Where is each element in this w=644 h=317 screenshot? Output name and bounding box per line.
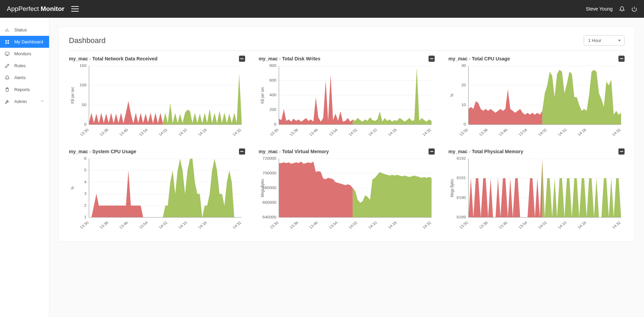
sidebar-item-label: Rules <box>14 63 26 68</box>
svg-text:14:32: 14:32 <box>421 128 432 136</box>
chart-title: my_mac›Total Network Data Received <box>69 56 158 61</box>
collapse-button[interactable] <box>239 56 245 62</box>
svg-text:660000: 660000 <box>262 201 276 204</box>
username[interactable]: Steve Young <box>586 6 613 12</box>
chart-metric: Total Network Data Received <box>92 56 158 61</box>
svg-text:14:02: 14:02 <box>347 221 358 229</box>
svg-text:13:30: 13:30 <box>459 221 469 229</box>
svg-text:Mega Bytes: Mega Bytes <box>450 179 454 197</box>
svg-text:KB per sec: KB per sec <box>70 87 75 103</box>
svg-text:13:38: 13:38 <box>288 128 299 136</box>
sidebar-item-alerts[interactable]: Alerts <box>0 72 49 84</box>
time-range-value: 1 Hour <box>588 38 601 43</box>
collapse-button[interactable] <box>618 148 625 155</box>
chart-host: my_mac <box>69 149 88 154</box>
chart-plot[interactable]: 05010015013:3013:3813:4613:5414:0214:101… <box>69 63 245 138</box>
svg-text:0: 0 <box>464 123 466 126</box>
svg-text:13:46: 13:46 <box>498 128 508 136</box>
brand-bold: Monitor <box>41 5 64 12</box>
svg-text:14:32: 14:32 <box>611 128 622 136</box>
svg-text:13:30: 13:30 <box>269 221 279 229</box>
svg-text:13:54: 13:54 <box>518 128 528 136</box>
chart-head: my_mac›Total Disk Writes <box>259 56 435 62</box>
svg-text:14:18: 14:18 <box>387 221 398 229</box>
svg-text:14:18: 14:18 <box>197 128 208 136</box>
svg-text:13:46: 13:46 <box>498 221 508 229</box>
svg-text:14:18: 14:18 <box>577 221 587 229</box>
sidebar-item-label: Status <box>14 27 27 32</box>
svg-text:13:30: 13:30 <box>79 221 90 229</box>
sidebar-item-label: Alerts <box>14 75 26 80</box>
svg-text:14:32: 14:32 <box>231 221 242 229</box>
app-header: AppPerfect Monitor Steve Young <box>0 0 644 18</box>
svg-text:14:02: 14:02 <box>347 128 358 136</box>
svg-text:600: 600 <box>269 78 276 82</box>
app-logo: AppPerfect Monitor <box>7 5 64 13</box>
chevron-right-icon: › <box>279 56 281 61</box>
svg-text:14:02: 14:02 <box>537 128 548 136</box>
collapse-button[interactable] <box>618 56 625 62</box>
chart-metric: Total Physical Memory <box>472 149 523 154</box>
svg-text:640000: 640000 <box>262 215 276 219</box>
power-icon[interactable] <box>631 6 637 12</box>
svg-text:200: 200 <box>269 108 276 112</box>
brand-light: AppPerfect <box>7 5 39 12</box>
svg-rect-6 <box>5 42 7 44</box>
chart-system-cpu-usage: my_mac›System CPU Usage12345613:3013:381… <box>69 148 245 231</box>
svg-text:13:46: 13:46 <box>308 128 319 136</box>
wrench-icon <box>5 99 10 104</box>
sidebar-item-rules[interactable]: Rules <box>0 60 49 72</box>
chart-metric: Total Virtual Memory <box>282 149 329 154</box>
chart-title: my_mac›Total Disk Writes <box>259 56 320 61</box>
svg-text:14:02: 14:02 <box>537 221 548 229</box>
svg-text:20: 20 <box>461 83 466 87</box>
sidebar-item-monitors[interactable]: Monitors <box>0 48 49 60</box>
svg-text:KB per sec: KB per sec <box>260 87 264 103</box>
chart-metric: System CPU Usage <box>92 149 136 154</box>
svg-rect-7 <box>8 42 9 44</box>
time-range-select[interactable]: 1 Hour <box>584 35 625 46</box>
menu-toggle-icon[interactable] <box>71 6 79 12</box>
sidebar-item-reports[interactable]: Reports <box>0 84 49 96</box>
svg-text:13:54: 13:54 <box>138 128 149 136</box>
collapse-button[interactable] <box>239 148 245 155</box>
chart-title: my_mac›Total CPU Usage <box>448 56 510 61</box>
svg-text:Mega Bytes: Mega Bytes <box>260 179 264 197</box>
svg-text:13:46: 13:46 <box>308 221 319 229</box>
pencil-icon <box>5 63 10 68</box>
chart-host: my_mac <box>69 56 88 61</box>
bell-icon[interactable] <box>619 6 625 12</box>
svg-text:13:38: 13:38 <box>99 221 109 229</box>
svg-text:13:54: 13:54 <box>138 221 149 229</box>
chart-plot[interactable]: 64000066000068000070000072000013:3013:38… <box>259 156 435 231</box>
header-left: AppPerfect Monitor <box>7 5 79 13</box>
sidebar-item-my-dashboard[interactable]: My Dashboard <box>0 36 49 48</box>
chart-plot[interactable]: 818981908191819213:3013:3813:4613:5414:0… <box>448 156 625 231</box>
svg-text:13:54: 13:54 <box>518 221 528 229</box>
svg-text:100: 100 <box>79 83 86 87</box>
svg-text:13:30: 13:30 <box>269 128 279 136</box>
chart-plot[interactable]: 010203013:3013:3813:4613:5414:0214:1014:… <box>448 63 625 138</box>
svg-text:%: % <box>70 187 75 190</box>
chart-plot[interactable]: 020040060080013:3013:3813:4613:5414:0214… <box>259 63 435 138</box>
svg-text:50: 50 <box>82 103 87 107</box>
chart-plot[interactable]: 12345613:3013:3813:4613:5414:0214:1014:1… <box>69 156 245 231</box>
sidebar-item-status[interactable]: Status <box>0 24 49 36</box>
chart-title: my_mac›Total Virtual Memory <box>259 149 329 154</box>
chart-head: my_mac›Total Network Data Received <box>69 56 245 62</box>
collapse-button[interactable] <box>429 56 435 62</box>
svg-text:13:30: 13:30 <box>459 128 469 136</box>
monitor-icon <box>5 52 10 56</box>
chevron-right-icon: › <box>89 149 91 154</box>
svg-text:4: 4 <box>84 180 87 184</box>
svg-text:13:54: 13:54 <box>328 128 339 136</box>
svg-text:14:10: 14:10 <box>557 221 568 229</box>
svg-text:8189: 8189 <box>457 215 466 219</box>
collapse-button[interactable] <box>429 148 435 155</box>
sidebar-item-admin[interactable]: Admin <box>0 96 49 107</box>
svg-text:14:02: 14:02 <box>158 128 168 136</box>
svg-rect-8 <box>5 52 9 55</box>
dashboard-panel: Dashboard 1 Hour my_mac›Total Network Da… <box>58 27 635 242</box>
svg-text:14:10: 14:10 <box>177 221 188 229</box>
svg-text:14:10: 14:10 <box>557 128 568 136</box>
